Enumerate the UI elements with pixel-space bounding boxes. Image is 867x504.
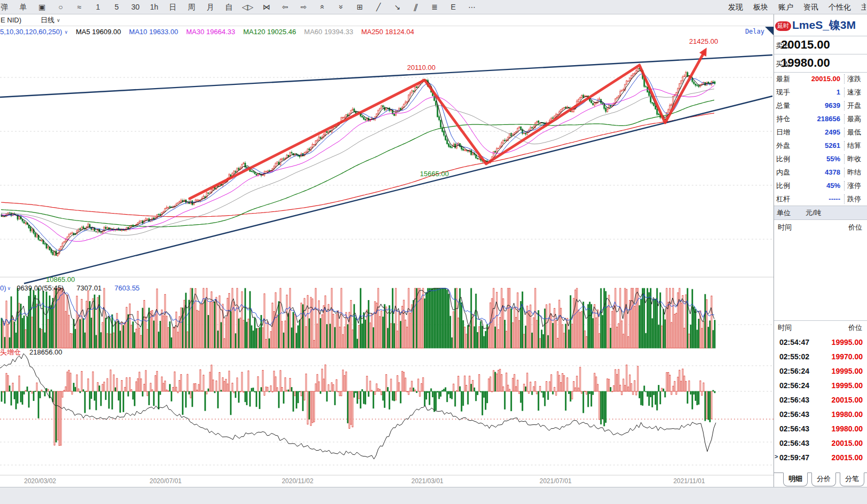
trade-row: 02:56:4320015.00 xyxy=(774,392,867,407)
tab-明细[interactable]: 明细 xyxy=(783,472,808,486)
line-chart-icon[interactable]: ≈ xyxy=(70,0,89,14)
layout-grid-icon[interactable]: ⊞ xyxy=(350,0,369,14)
scale-down-icon[interactable]: » xyxy=(332,0,350,14)
x-axis-label: 2020/11/02 xyxy=(282,477,313,485)
price-column-header: 价位 xyxy=(848,323,867,333)
trade-price: 20015.00 xyxy=(832,453,867,462)
expand-bars-icon[interactable]: ◁▷ xyxy=(238,0,257,14)
ma5-readout: MA5 19609.00 xyxy=(76,28,121,36)
trade-time: 02:54:47 xyxy=(774,338,809,346)
unit-label: 单位 xyxy=(774,208,791,218)
trade-price: 19980.00 xyxy=(832,424,867,433)
bid-price: 19980.00 xyxy=(781,56,830,70)
compress-bars-icon[interactable]: ⋈ xyxy=(257,0,276,14)
trendline-tool-icon[interactable]: ╱ xyxy=(369,0,388,14)
trade-time: 02:56:43 xyxy=(774,439,809,447)
chevron-down-icon[interactable]: ∨ xyxy=(64,29,68,35)
period-custom-icon[interactable]: 自 xyxy=(220,0,238,14)
x-axis-label: 2021/07/01 xyxy=(540,477,572,485)
ma-params[interactable]: 5,10,30,120,60,250) xyxy=(0,28,62,36)
instrument-name[interactable]: LmeS_镍3M xyxy=(792,18,856,33)
period-daily-icon[interactable]: 日 xyxy=(163,0,182,14)
field-value: ----- xyxy=(803,195,840,203)
trade-price: 19970.00 xyxy=(832,352,867,361)
field-value: 55% xyxy=(803,155,840,163)
period-1hour-icon[interactable]: 1h xyxy=(145,0,163,14)
measure-tool-icon[interactable]: E xyxy=(444,0,463,14)
tab-分价[interactable]: 分价 xyxy=(811,472,836,486)
menu-news[interactable]: 资讯 xyxy=(803,3,818,12)
period-1min-icon[interactable]: 1 xyxy=(89,0,107,14)
scale-up-icon[interactable]: « xyxy=(313,0,332,14)
menu-account[interactable]: 账户 xyxy=(778,3,793,12)
refresh-icon[interactable]: ○ xyxy=(51,0,70,14)
page-right-icon[interactable]: ⇨ xyxy=(294,0,313,14)
x-axis-label: 2020/03/02 xyxy=(24,477,56,485)
field-value: 4378 xyxy=(803,168,840,176)
chevron-down-icon[interactable]: ∨ xyxy=(57,18,60,23)
time-column-header: 时间 xyxy=(774,323,792,333)
period-monthly-icon[interactable]: 月 xyxy=(201,0,220,14)
trade-row: 02:55:0219970.00 xyxy=(774,349,867,364)
quote-detail-row: 总量9639开盘 xyxy=(774,99,867,112)
menu-clipped[interactable]: 主 xyxy=(861,3,866,12)
indicator-row: 5,10,30,120,60,250) ∨ MA5 19609.00 MA10 … xyxy=(0,26,774,37)
text-note-tool-icon[interactable]: ≣ xyxy=(425,0,444,14)
quote-panel: 延时 LmeS_镍3M 卖出 20015.00 买入 19980.00 最新20… xyxy=(774,14,867,487)
field-value: 218656 xyxy=(803,115,840,123)
menu-personalize[interactable]: 个性化 xyxy=(829,3,851,12)
ma250-readout: MA250 18124.04 xyxy=(361,28,414,36)
quote-detail-row: 日增2495最低 xyxy=(774,125,867,139)
more-tools-icon[interactable]: ⋯ xyxy=(463,0,481,14)
trade-row: >02:59:4720015.00 xyxy=(774,450,867,464)
menu-discover[interactable]: 发现 xyxy=(728,3,743,12)
x-axis-label: 2020/07/01 xyxy=(150,477,182,485)
period-30min-icon[interactable]: 30 xyxy=(126,0,145,14)
order-icon[interactable]: 单 xyxy=(14,0,33,14)
delay-badge: Delay xyxy=(745,28,764,35)
menu-sectors[interactable]: 板块 xyxy=(753,3,768,12)
field-label: 最新 xyxy=(774,74,803,84)
quote-detail-row: 现手1速涨 xyxy=(774,85,867,99)
arrow-tool-icon[interactable]: ↘ xyxy=(388,0,407,14)
symbol-tab[interactable]: E NID) xyxy=(1,16,21,24)
panel-tabs: 明细分价分笔 xyxy=(774,472,867,487)
parallel-lines-tool-icon[interactable]: ∥ xyxy=(407,0,425,14)
trade-price: 19995.00 xyxy=(832,338,867,346)
quote-detail-row: 内盘4378昨结 xyxy=(774,166,867,179)
current-row-marker: > xyxy=(775,453,778,460)
period-5min-icon[interactable]: 5 xyxy=(107,0,126,14)
volume-indicator-label[interactable]: 0) xyxy=(0,284,6,292)
bid-row[interactable]: 买入 19980.00 xyxy=(774,54,867,73)
ma10-readout: MA10 19633.00 xyxy=(129,28,178,36)
field-label-right: 最高 xyxy=(844,114,867,124)
main-toolbar: 弹单▣○≈15301h日周月自◁▷⋈⇦⇨«»⊞╱↘∥≣E⋯ 发现 板块 账户 资… xyxy=(0,0,867,14)
field-label-right: 开盘 xyxy=(844,101,867,111)
price-column-header: 价位 xyxy=(848,223,867,232)
trade-time: 02:56:24 xyxy=(774,381,809,390)
chevron-down-icon[interactable]: ∨ xyxy=(7,286,11,291)
tab-分笔[interactable]: 分笔 xyxy=(840,472,864,486)
chart-annotation: 10865.00 xyxy=(46,275,75,284)
trade-list-header: 时间 价位 xyxy=(774,320,867,335)
field-label: 总量 xyxy=(774,101,803,111)
corner-flag-icon xyxy=(765,27,774,35)
unit-value: 元/吨 xyxy=(806,208,822,218)
trade-time: 02:55:02 xyxy=(774,352,809,361)
ask-row[interactable]: 卖出 20015.00 xyxy=(774,36,867,54)
popup-icon[interactable]: 弹 xyxy=(0,0,14,14)
quote-detail-row: 外盘5261结算 xyxy=(774,139,867,152)
volume-ma1-value: 7307.01 xyxy=(76,284,101,292)
trade-row: 02:56:2419995.00 xyxy=(774,364,867,378)
page-left-icon[interactable]: ⇦ xyxy=(276,0,294,14)
period-weekly-icon[interactable]: 周 xyxy=(182,0,201,14)
trade-row: 02:56:4319980.00 xyxy=(774,421,867,436)
period-dropdown[interactable]: 日线 xyxy=(41,15,54,25)
field-label-right: 昨结 xyxy=(844,168,867,177)
chart-canvas[interactable]: 20110.0021425.0015665.0010865.002020/03/… xyxy=(0,37,774,487)
save-icon[interactable]: ▣ xyxy=(33,0,51,14)
trade-list-header: 时间 价位 xyxy=(774,220,867,234)
field-value: 45% xyxy=(803,182,840,190)
trade-list: 02:54:4719995.0002:55:0219970.0002:56:24… xyxy=(774,335,867,464)
volume-ma2-value: 7603.55 xyxy=(114,284,139,292)
